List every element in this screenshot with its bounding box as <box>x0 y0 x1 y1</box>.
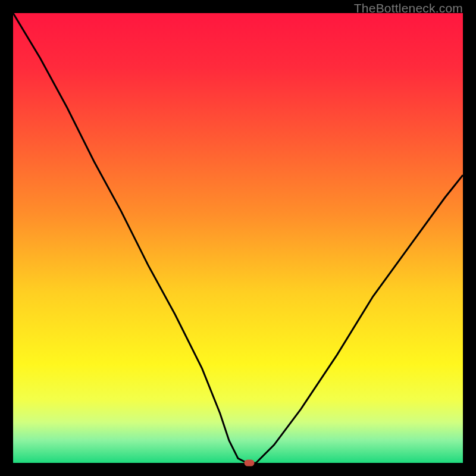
watermark-text: TheBottleneck.com <box>354 1 463 15</box>
chart-frame <box>13 13 463 463</box>
bottleneck-plot <box>13 13 463 463</box>
gradient-background <box>13 13 463 463</box>
optimal-point-marker <box>244 460 254 466</box>
